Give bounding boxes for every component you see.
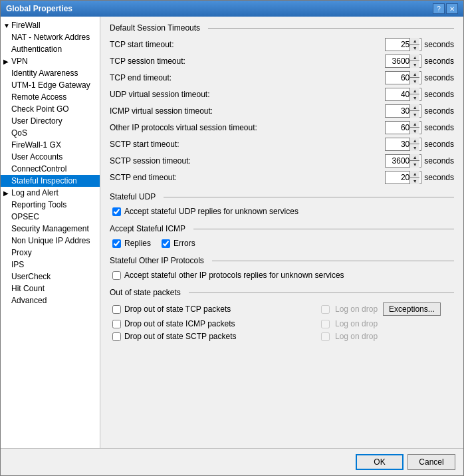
timeout-row-tcp-start: TCP start timeout:▲▼seconds — [110, 38, 454, 51]
icmp-replies-row: Replies — [112, 239, 151, 248]
input-sctp-start[interactable] — [386, 140, 409, 149]
spinner-up-icmp-virtual[interactable]: ▲ — [410, 104, 419, 111]
sidebar-item-opsec[interactable]: OPSEC — [1, 211, 100, 223]
unit-tcp-start: seconds — [424, 40, 454, 49]
spinner-up-tcp-session[interactable]: ▲ — [410, 55, 419, 61]
accept-udp-checkbox[interactable] — [112, 207, 121, 216]
stateful-udp-row: Accept stateful UDP replies for unknown … — [110, 207, 454, 216]
accept-other-checkbox[interactable] — [112, 271, 121, 280]
spinner-arrows-sctp-end: ▲▼ — [409, 171, 419, 184]
spinner-arrows-tcp-end: ▲▼ — [409, 71, 419, 84]
sidebar-item-remote[interactable]: Remote Access — [1, 91, 100, 103]
input-tcp-start[interactable] — [386, 40, 409, 49]
spinner-up-sctp-session[interactable]: ▲ — [410, 154, 419, 161]
sidebar-item-authentication[interactable]: Authentication — [1, 43, 100, 55]
timeout-label-sctp-end: SCTP end timeout: — [110, 173, 385, 182]
spinner-down-tcp-start[interactable]: ▼ — [410, 45, 419, 51]
spinner-up-tcp-start[interactable]: ▲ — [410, 38, 419, 45]
sidebar-label-log-alert: Log and Alert — [11, 188, 58, 197]
sidebar-label-firewall: FireWall — [11, 21, 41, 30]
sidebar-item-proxy[interactable]: Proxy — [1, 247, 100, 259]
sidebar-item-firewall[interactable]: ▼FireWall — [1, 19, 100, 31]
sidebar-item-non-unique[interactable]: Non Unique IP Addres — [1, 235, 100, 247]
oos-left-icmp: Drop out of state ICMP packets — [112, 319, 321, 328]
unit-sctp-session: seconds — [424, 156, 454, 166]
oos-right-tcp: Log on dropExceptions... — [321, 302, 454, 316]
oos-checkbox-icmp[interactable] — [112, 320, 121, 328]
oos-row-icmp: Drop out of state ICMP packetsLog on dro… — [110, 319, 454, 328]
titlebar-buttons: ? ✕ — [433, 3, 458, 14]
sidebar-item-user-acct[interactable]: User Accounts — [1, 151, 100, 163]
spinner-down-other-ip[interactable]: ▼ — [410, 128, 419, 134]
icmp-errors-checkbox[interactable] — [162, 239, 170, 248]
input-sctp-end[interactable] — [386, 173, 409, 182]
icmp-replies-checkbox[interactable] — [112, 239, 121, 248]
help-button[interactable]: ? — [433, 3, 445, 14]
input-sctp-session[interactable] — [386, 156, 409, 166]
sidebar-item-usercheck[interactable]: UserCheck — [1, 271, 100, 283]
timeout-label-udp-virtual: UDP virtual session timeout: — [110, 90, 385, 99]
spinner-down-tcp-end[interactable]: ▼ — [410, 78, 419, 84]
sidebar-item-reporting[interactable]: Reporting Tools — [1, 199, 100, 211]
sidebar-label-opsec: OPSEC — [11, 212, 39, 221]
timeout-label-tcp-end: TCP end timeout: — [110, 73, 385, 82]
sidebar-item-user-dir[interactable]: User Directory — [1, 115, 100, 127]
sidebar-item-checkpoint-go[interactable]: Check Point GO — [1, 103, 100, 115]
spinner-up-sctp-end[interactable]: ▲ — [410, 171, 419, 178]
input-tcp-session[interactable] — [386, 57, 409, 66]
timeout-input-group-sctp-end: ▲▼seconds — [385, 171, 454, 184]
log-label-icmp: Log on drop — [335, 319, 378, 328]
spinner-arrows-other-ip: ▲▼ — [409, 121, 419, 134]
accept-other-label: Accept stateful other IP protocols repli… — [124, 271, 344, 280]
spinner-down-sctp-session[interactable]: ▼ — [410, 161, 419, 168]
sidebar-item-utm1[interactable]: UTM-1 Edge Gateway — [1, 79, 100, 91]
spinner-up-udp-virtual[interactable]: ▲ — [410, 88, 419, 94]
exceptions-button-tcp[interactable]: Exceptions... — [383, 302, 441, 316]
sidebar-label-advanced: Advanced — [11, 296, 47, 305]
input-tcp-end[interactable] — [386, 73, 409, 82]
sidebar-item-advanced[interactable]: Advanced — [1, 295, 100, 306]
oos-right-sctp: Log on drop — [321, 332, 454, 341]
oos-checkbox-tcp[interactable] — [112, 305, 121, 314]
input-other-ip[interactable] — [386, 123, 409, 132]
timeout-row-sctp-session: SCTP session timeout:▲▼seconds — [110, 154, 454, 168]
sidebar-item-fw1gx[interactable]: FireWall-1 GX — [1, 139, 100, 151]
oos-checkbox-sctp[interactable] — [112, 332, 121, 341]
sidebar-label-connectctrl: ConnectControl — [11, 164, 66, 174]
timeout-input-group-tcp-session: ▲▼seconds — [385, 55, 454, 68]
sidebar-item-nat[interactable]: NAT - Network Addres — [1, 31, 100, 43]
sidebar: ▼FireWallNAT - Network AddresAuthenticat… — [1, 17, 100, 448]
spinner-up-sctp-start[interactable]: ▲ — [410, 138, 419, 144]
sidebar-item-vpn[interactable]: ▶VPN — [1, 55, 100, 67]
footer: OK Cancel — [1, 448, 463, 475]
timeout-input-group-sctp-start: ▲▼seconds — [385, 138, 454, 151]
spinner-down-tcp-session[interactable]: ▼ — [410, 61, 419, 68]
sidebar-item-ips[interactable]: IPS — [1, 259, 100, 271]
unit-other-ip: seconds — [424, 123, 454, 132]
spinner-down-sctp-end[interactable]: ▼ — [410, 178, 419, 184]
sidebar-item-connectctrl[interactable]: ConnectControl — [1, 163, 100, 175]
spinner-down-icmp-virtual[interactable]: ▼ — [410, 111, 419, 118]
sidebar-item-log-alert[interactable]: ▶Log and Alert — [1, 187, 100, 199]
input-udp-virtual[interactable] — [386, 90, 409, 99]
spinner-down-udp-virtual[interactable]: ▼ — [410, 94, 419, 101]
sidebar-item-identity[interactable]: Identity Awareness — [1, 67, 100, 79]
spinner-arrows-sctp-session: ▲▼ — [409, 154, 419, 168]
sidebar-item-stateful[interactable]: Stateful Inspection — [1, 175, 100, 187]
timeout-input-group-other-ip: ▲▼seconds — [385, 121, 454, 134]
cancel-button[interactable]: Cancel — [407, 454, 455, 470]
sidebar-label-utm1: UTM-1 Edge Gateway — [11, 80, 90, 90]
spinner-down-sctp-start[interactable]: ▼ — [410, 144, 419, 151]
sidebar-item-hit-count[interactable]: Hit Count — [1, 283, 100, 295]
ok-button[interactable]: OK — [356, 454, 404, 470]
window-title: Global Properties — [6, 4, 72, 13]
timeout-row-other-ip: Other IP protocols virtual session timeo… — [110, 121, 454, 134]
sidebar-item-security-mgmt[interactable]: Security Management — [1, 223, 100, 235]
input-icmp-virtual[interactable] — [386, 106, 409, 116]
spinner-up-other-ip[interactable]: ▲ — [410, 121, 419, 128]
sidebar-item-qos[interactable]: QoS — [1, 127, 100, 139]
spinner-up-tcp-end[interactable]: ▲ — [410, 71, 419, 78]
log-label-tcp: Log on drop — [335, 304, 378, 314]
log-checkbox-icmp — [321, 320, 330, 328]
close-button[interactable]: ✕ — [446, 3, 458, 14]
